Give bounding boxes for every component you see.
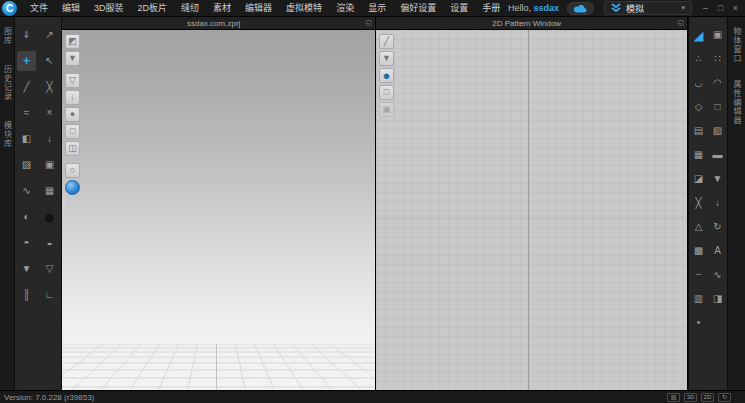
- tool-edit-point[interactable]: ∴: [689, 49, 708, 69]
- tool-free-sewing[interactable]: ×: [38, 103, 61, 123]
- tool-zigzag-stitch[interactable]: ∿: [708, 265, 727, 285]
- menu-item-editor[interactable]: 编辑器: [238, 0, 279, 17]
- menu-item-manual[interactable]: 手册: [475, 0, 507, 17]
- tool-show-avatar[interactable]: ●: [65, 107, 80, 122]
- maximize-button[interactable]: □: [713, 0, 728, 17]
- tool-brush[interactable]: ◐: [15, 207, 38, 227]
- tool-mannequin[interactable]: •: [689, 313, 708, 333]
- tool-seam-grid[interactable]: ▦: [689, 145, 708, 165]
- tool-solidify[interactable]: ▨: [15, 155, 38, 175]
- tool-tshirt-pin[interactable]: ▼: [379, 51, 394, 66]
- cloud-sync-button[interactable]: [567, 2, 594, 15]
- tool-layer-clone[interactable]: ▤: [689, 121, 708, 141]
- tool-shirt-display[interactable]: ▼: [15, 259, 38, 279]
- status-button-layout-windows[interactable]: ▥: [667, 393, 680, 402]
- tool-pin-tack[interactable]: ↓: [38, 129, 61, 149]
- tool-unfold-cross[interactable]: ╳: [689, 193, 708, 213]
- tool-fold-arrange[interactable]: ◧: [15, 129, 38, 149]
- simulate-button[interactable]: 模拟 ▾: [604, 1, 692, 15]
- tool-globe[interactable]: [65, 180, 80, 195]
- tool-shoes-display[interactable]: ∟: [38, 285, 61, 305]
- tool-tshirt[interactable]: ▼: [708, 169, 727, 189]
- menu-item-edit[interactable]: 编辑: [55, 0, 87, 17]
- username-link[interactable]: ssdax: [533, 3, 559, 13]
- tool-show-light[interactable]: ○: [65, 163, 80, 178]
- menu-item-material[interactable]: 素材: [206, 0, 238, 17]
- dock-tab-modular[interactable]: 模块库: [2, 121, 13, 152]
- tool-curve-point[interactable]: ◠: [708, 73, 727, 93]
- menu-item-display[interactable]: 显示: [361, 0, 393, 17]
- tool-paper[interactable]: □: [379, 85, 394, 100]
- tool-edit-curve[interactable]: ◡: [689, 73, 708, 93]
- tool-avatar-move[interactable]: ↗: [38, 25, 61, 45]
- app-logo-icon[interactable]: C: [2, 1, 17, 16]
- tool-weave[interactable]: ▥: [689, 289, 708, 309]
- tool-pin-garment[interactable]: ↓: [65, 90, 80, 105]
- tool-simulate[interactable]: ⇓: [15, 25, 38, 45]
- tool-segment-sewing[interactable]: ≈: [15, 103, 38, 123]
- tool-reset-arrangement[interactable]: ◩: [65, 34, 80, 49]
- viewport-2d[interactable]: ╱ ▼ ● □ ▣: [376, 30, 687, 390]
- tool-trace[interactable]: ▧: [708, 121, 727, 141]
- tool-pants-display[interactable]: ║: [15, 285, 38, 305]
- tool-paper-disabled[interactable]: ▣: [379, 102, 394, 117]
- undock-icon[interactable]: ◱: [677, 19, 687, 27]
- menu-item-file[interactable]: 文件: [23, 0, 55, 17]
- tool-texture-sphere[interactable]: ●: [379, 68, 394, 83]
- tool-export-box[interactable]: ▬: [708, 145, 727, 165]
- menu-item-render[interactable]: 渲染: [329, 0, 361, 17]
- menu-item-3d-garment[interactable]: 3D服装: [87, 0, 131, 17]
- tool-fabric-roll[interactable]: ◨: [708, 289, 727, 309]
- tool-avatar-pose[interactable]: ↖: [38, 51, 61, 71]
- tool-show-plane[interactable]: □: [65, 124, 80, 139]
- tool-pen[interactable]: ╱: [15, 77, 38, 97]
- cloud-icon: [573, 4, 588, 13]
- tool-add-point[interactable]: ∷: [708, 49, 727, 69]
- tool-avatar-head[interactable]: ●: [38, 207, 61, 227]
- tool-pin-2d[interactable]: ↓: [708, 193, 727, 213]
- dock-tab-object-browser[interactable]: 物体窗口: [731, 27, 742, 67]
- menu-item-settings[interactable]: 设置: [443, 0, 475, 17]
- tool-dart-triangle[interactable]: △: [689, 217, 708, 237]
- tool-texture[interactable]: ▦: [38, 181, 61, 201]
- tool-show-pattern[interactable]: ◪: [689, 169, 708, 189]
- minimize-button[interactable]: –: [698, 0, 713, 17]
- window-3d-titlebar[interactable]: ssdax.com.zprj ◱: [62, 17, 375, 30]
- status-button-layout-3d[interactable]: 3D: [684, 393, 697, 402]
- tool-select-move[interactable]: +: [17, 51, 36, 71]
- menu-item-preferences[interactable]: 偏好设置: [393, 0, 443, 17]
- dock-tab-library[interactable]: 图库: [2, 27, 13, 49]
- tool-transform-box[interactable]: ▣: [708, 25, 727, 45]
- tool-show-trim[interactable]: ◫: [65, 141, 80, 156]
- menu-item-sewing[interactable]: 缝纫: [174, 0, 206, 17]
- tool-sewing-edit[interactable]: ╳: [38, 77, 61, 97]
- tool-text-tool[interactable]: A: [708, 241, 727, 261]
- dock-tab-property-editor[interactable]: 属性编辑器: [731, 80, 742, 129]
- tool-pen-2dwin[interactable]: ╱: [379, 34, 394, 49]
- tool-polygon[interactable]: ◇: [689, 97, 708, 117]
- tool-rectangle[interactable]: □: [708, 97, 727, 117]
- tool-dress-display[interactable]: ▽: [38, 259, 61, 279]
- tool-hat-display[interactable]: ◓: [15, 233, 38, 253]
- tool-show-garment[interactable]: ▼: [65, 51, 80, 66]
- tool-grading[interactable]: ▣: [38, 155, 61, 175]
- status-button-reset-layout[interactable]: ↻: [718, 393, 731, 402]
- tool-show-garment-texture[interactable]: ▽: [65, 73, 80, 88]
- close-button[interactable]: ×: [728, 0, 743, 17]
- tool-glasses-display[interactable]: ◒: [38, 233, 61, 253]
- toolbar-handle[interactable]: [62, 198, 66, 214]
- tool-fabric-swatch[interactable]: ▩: [689, 241, 708, 261]
- menu-item-2d-pattern[interactable]: 2D板片: [131, 0, 175, 17]
- window-2d-titlebar[interactable]: 2D Pattern Window ◱: [376, 17, 687, 30]
- tool-transform-pattern[interactable]: ◢: [689, 25, 708, 45]
- status-button-layout-2d[interactable]: 2D: [701, 393, 714, 402]
- tool-measure-dash[interactable]: ┄: [689, 265, 708, 285]
- menu-item-virtual-avatar[interactable]: 虚拟模特: [279, 0, 329, 17]
- dock-tab-label: 历史记录: [2, 65, 13, 101]
- tool-spiral[interactable]: ↻: [708, 217, 727, 237]
- dock-tab-history[interactable]: 历史记录: [2, 65, 13, 105]
- undock-icon[interactable]: ◱: [365, 19, 375, 27]
- tool-wind[interactable]: ∿: [15, 181, 38, 201]
- simulate-dropdown-caret-icon[interactable]: ▾: [681, 4, 685, 12]
- viewport-3d[interactable]: ◩ ▼ ▽ ↓ ● □ ◫ ○: [62, 30, 375, 390]
